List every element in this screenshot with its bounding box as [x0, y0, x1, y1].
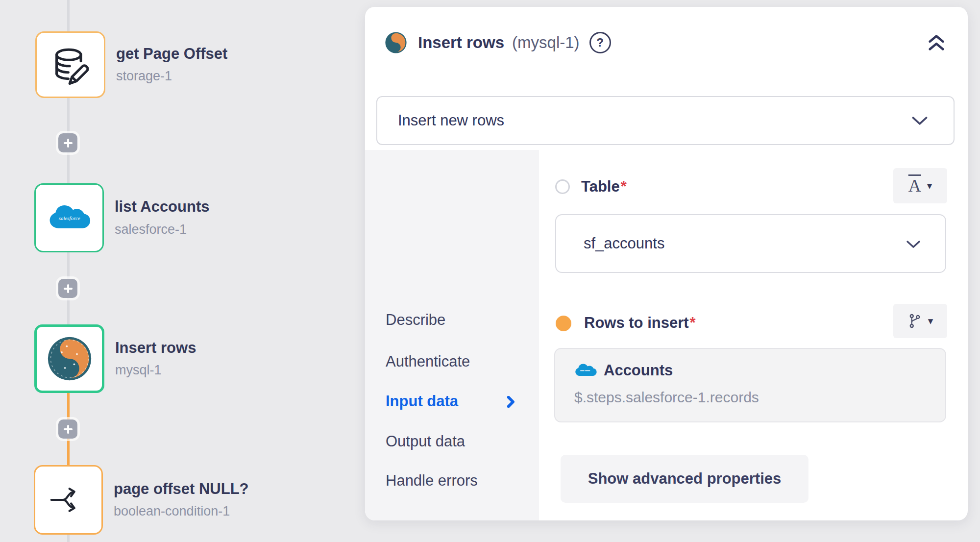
- filled-dot-icon: [556, 316, 571, 331]
- nav-item-authenticate[interactable]: Authenticate: [386, 353, 470, 370]
- panel-title: Insert rows: [418, 33, 504, 52]
- chevron-down-icon: [911, 116, 928, 126]
- add-step-button[interactable]: [58, 419, 77, 439]
- text-type-icon: A: [908, 175, 921, 196]
- workflow-node-get-page-offset[interactable]: get Page Offset storage-1: [35, 31, 227, 98]
- nav-item-input-data[interactable]: Input data: [386, 393, 458, 410]
- branch-split-icon: [48, 479, 89, 520]
- plus-icon: [62, 282, 74, 295]
- table-select-value: sf_accounts: [584, 235, 664, 252]
- node-title: list Accounts: [115, 198, 210, 215]
- required-asterisk: *: [690, 314, 696, 331]
- connector-line: [67, 0, 70, 31]
- connector-line: [67, 535, 70, 542]
- help-icon[interactable]: ?: [589, 32, 611, 53]
- panel-connector-id: (mysql-1): [512, 33, 580, 52]
- collapse-up-icon: [927, 33, 946, 52]
- field-type-selector-text[interactable]: A ▾: [893, 168, 947, 203]
- mysql-connector-icon: [385, 31, 407, 54]
- plus-icon: [62, 137, 74, 149]
- nav-item-describe[interactable]: Describe: [386, 311, 445, 329]
- field-label-table: Table*: [581, 178, 627, 196]
- field-label-rows-to-insert: Rows to insert*: [584, 314, 696, 332]
- branch-type-icon: [907, 313, 922, 329]
- rows-value-chip[interactable]: Accounts $.steps.salesforce-1.records: [554, 348, 946, 422]
- panel-nav: Describe Authenticate Input data Output …: [365, 150, 539, 520]
- node-subtitle: salesforce-1: [115, 222, 210, 237]
- nav-item-output-data[interactable]: Output data: [386, 433, 465, 450]
- add-step-button[interactable]: [58, 279, 77, 298]
- required-asterisk: *: [621, 178, 627, 195]
- show-advanced-properties-button[interactable]: Show advanced properties: [561, 455, 808, 503]
- node-title: Insert rows: [115, 340, 196, 356]
- mysql-connector-icon: [47, 336, 93, 382]
- operation-select-value: Insert new rows: [398, 112, 504, 129]
- caret-down-icon: ▾: [928, 315, 933, 327]
- caret-down-icon: ▾: [927, 180, 932, 192]
- panel-header: Insert rows (mysql-1) ?: [385, 31, 611, 54]
- operation-select[interactable]: Insert new rows: [376, 96, 955, 145]
- add-step-button[interactable]: [58, 133, 77, 152]
- plus-icon: [62, 423, 74, 436]
- workflow-builder-screen: get Page Offset storage-1 salesforce lis…: [0, 0, 980, 542]
- node-title: get Page Offset: [116, 46, 227, 62]
- node-subtitle: boolean-condition-1: [114, 504, 249, 519]
- workflow-node-insert-rows[interactable]: Insert rows mysql-1: [34, 324, 196, 393]
- nav-item-handle-errors[interactable]: Handle errors: [386, 472, 478, 490]
- database-edit-icon: [49, 43, 92, 86]
- workflow-node-page-offset-null[interactable]: page offset NULL? boolean-condition-1: [34, 465, 249, 535]
- chevron-right-icon: [507, 396, 515, 408]
- svg-text:salesforce: salesforce: [59, 215, 80, 221]
- chip-jsonpath: $.steps.salesforce-1.records: [574, 389, 759, 406]
- radio-empty-icon[interactable]: [555, 179, 570, 194]
- collapse-panel-button[interactable]: [927, 33, 946, 52]
- table-select[interactable]: sf_accounts: [555, 214, 946, 273]
- node-subtitle: storage-1: [116, 69, 227, 84]
- salesforce-cloud-icon: [574, 363, 597, 378]
- chevron-down-icon: [906, 240, 921, 249]
- chip-title: Accounts: [604, 362, 673, 379]
- workflow-node-list-accounts[interactable]: salesforce list Accounts salesforce-1: [34, 183, 210, 252]
- node-subtitle: mysql-1: [115, 363, 196, 378]
- field-type-selector-branch[interactable]: ▾: [893, 304, 947, 338]
- step-properties-panel: Insert rows (mysql-1) ? Insert new rows …: [365, 7, 968, 520]
- salesforce-cloud-icon: salesforce: [48, 204, 91, 232]
- node-title: page offset NULL?: [114, 481, 249, 497]
